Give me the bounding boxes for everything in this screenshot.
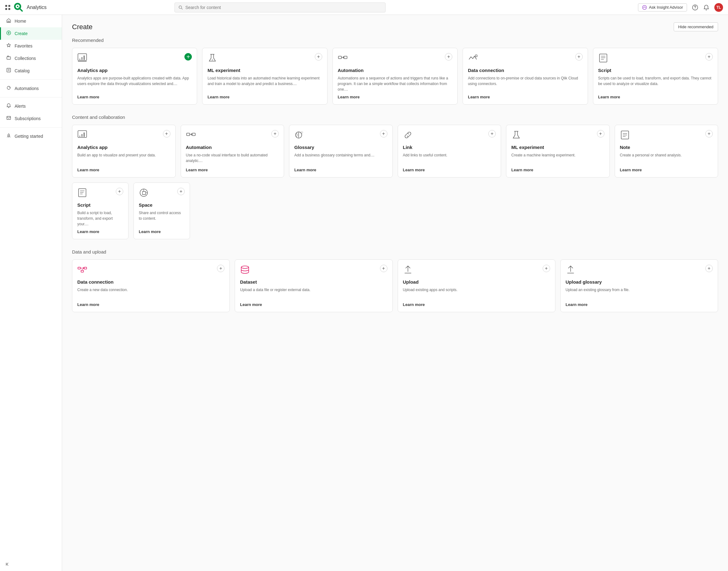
sidebar-item-home[interactable]: Home <box>0 15 62 27</box>
card-script-cc[interactable]: + Script Build a script to load, transfo… <box>72 183 128 239</box>
star-icon <box>6 43 11 49</box>
hide-recommended-button[interactable]: Hide recommended <box>674 22 718 31</box>
svg-point-24 <box>8 135 9 136</box>
add-button-du-dataconn[interactable]: + <box>217 265 224 272</box>
card-glossary-cc[interactable]: + Glossary Add a business glossary conta… <box>289 125 393 178</box>
add-button-cc-link[interactable]: + <box>488 130 496 137</box>
card-learn-more[interactable]: Learn more <box>77 167 171 172</box>
add-button-du-upload-glossary[interactable]: + <box>705 265 713 272</box>
card-learn-more[interactable]: Learn more <box>511 167 605 172</box>
card-header: + <box>207 53 322 65</box>
add-button-cc-glossary[interactable]: + <box>380 130 388 137</box>
card-dataset-du[interactable]: + Dataset Upload a data file or register… <box>235 259 392 312</box>
sidebar-item-getting-started[interactable]: Getting started <box>0 130 62 142</box>
card-learn-more[interactable]: Learn more <box>139 229 185 234</box>
add-button-du-upload[interactable]: + <box>543 265 550 272</box>
sidebar-item-alerts[interactable]: Alerts <box>0 100 62 112</box>
card-learn-more[interactable]: Learn more <box>240 302 387 307</box>
sidebar-label-create: Create <box>15 31 28 36</box>
main-header: Create Hide recommended <box>72 22 718 31</box>
search-bar[interactable] <box>175 2 386 12</box>
add-button-cc-ml[interactable]: + <box>597 130 605 137</box>
card-name: ML experiment <box>511 145 605 150</box>
add-button-cc-space[interactable]: + <box>177 188 185 195</box>
add-button-cc-analytics[interactable]: + <box>163 130 171 137</box>
card-learn-more[interactable]: Learn more <box>403 167 496 172</box>
notifications-icon[interactable] <box>703 4 709 11</box>
card-learn-more[interactable]: Learn more <box>77 95 192 99</box>
space-cc-icon <box>139 188 149 200</box>
automation-icon <box>338 53 348 65</box>
card-learn-more[interactable]: Learn more <box>77 229 123 234</box>
add-button-rec-automation[interactable]: + <box>445 53 452 61</box>
card-name: Script <box>77 202 123 208</box>
card-data-connection-rec[interactable]: + Data connection Add connections to on-… <box>462 48 588 105</box>
sidebar-item-favorites[interactable]: Favorites <box>0 40 62 52</box>
card-header: + <box>77 265 224 277</box>
card-automation-rec[interactable]: + Automation Automations are a sequence … <box>332 48 457 105</box>
svg-point-10 <box>643 5 647 9</box>
help-icon[interactable] <box>692 4 698 11</box>
card-name: Data connection <box>468 68 583 73</box>
card-automation-cc[interactable]: + Automation Use a no-code visual interf… <box>181 125 284 178</box>
avatar[interactable]: TL <box>714 3 723 12</box>
card-learn-more[interactable]: Learn more <box>468 95 583 99</box>
add-button-du-dataset[interactable]: + <box>380 265 388 272</box>
card-learn-more[interactable]: Learn more <box>338 95 452 99</box>
card-learn-more[interactable]: Learn more <box>186 167 279 172</box>
card-learn-more[interactable]: Learn more <box>294 167 388 172</box>
sidebar-item-create[interactable]: Create <box>0 27 62 40</box>
card-script-rec[interactable]: + Script Scripts can be used to load, tr… <box>593 48 718 105</box>
card-link-cc[interactable]: + Link Add links to useful content. Lear… <box>398 125 501 178</box>
card-desc: Create a new data connection. <box>77 287 224 300</box>
sidebar-collapse-button[interactable] <box>5 562 10 568</box>
card-data-connection-du[interactable]: + Data connection Create a new data conn… <box>72 259 230 312</box>
card-learn-more[interactable]: Learn more <box>620 167 713 172</box>
card-learn-more[interactable]: Learn more <box>77 302 224 307</box>
card-learn-more[interactable]: Learn more <box>565 302 713 307</box>
card-desc: Scripts can be used to load, transform, … <box>598 76 713 92</box>
card-upload-du[interactable]: + Upload Upload existing apps and script… <box>398 259 555 312</box>
sidebar-item-collections[interactable]: Collections <box>0 52 62 65</box>
add-button-cc-note[interactable]: + <box>705 130 713 137</box>
card-name: Link <box>403 145 496 150</box>
card-analytics-app-cc[interactable]: + Analytics app Build an app to visualiz… <box>72 125 176 178</box>
search-input[interactable] <box>185 5 382 10</box>
card-header: + <box>77 188 123 200</box>
sidebar-label-favorites: Favorites <box>15 43 32 48</box>
sidebar-item-automations[interactable]: Automations <box>0 82 62 95</box>
card-analytics-app-rec[interactable]: + Analytics app Analytics apps are purpo… <box>72 48 197 105</box>
card-space-cc[interactable]: + Space Share and control access to cont… <box>133 183 190 239</box>
data-connection-icon <box>468 53 478 65</box>
card-name: Data connection <box>77 279 224 284</box>
data-connection-du-icon <box>77 265 87 277</box>
card-desc: Load historical data into an automated m… <box>207 76 322 92</box>
upload-glossary-du-icon <box>565 265 576 277</box>
sidebar-item-subscriptions[interactable]: Subscriptions <box>0 112 62 125</box>
card-learn-more[interactable]: Learn more <box>207 95 322 99</box>
svg-rect-56 <box>79 189 86 197</box>
card-learn-more[interactable]: Learn more <box>598 95 713 99</box>
sidebar-item-catalog[interactable]: Catalog <box>0 65 62 77</box>
add-button-cc-automation[interactable]: + <box>271 130 279 137</box>
grid-menu-icon[interactable] <box>5 5 11 10</box>
add-button-cc-script[interactable]: + <box>116 188 123 195</box>
collections-icon <box>6 55 11 62</box>
catalog-icon <box>6 68 11 74</box>
card-upload-glossary-du[interactable]: + Upload glossary Upload an existing glo… <box>560 259 718 312</box>
card-header: + <box>403 265 550 277</box>
add-button-rec-script[interactable]: + <box>705 53 713 61</box>
add-button-rec-dataconn[interactable]: + <box>575 53 583 61</box>
svg-marker-61 <box>142 192 145 195</box>
card-ml-experiment-cc[interactable]: + ML experiment Create a machine learnin… <box>506 125 610 178</box>
sidebar-label-getting-started: Getting started <box>15 134 43 139</box>
svg-rect-1 <box>8 5 10 7</box>
svg-rect-46 <box>192 133 195 136</box>
card-note-cc[interactable]: + Note Create a personal or shared analy… <box>615 125 718 178</box>
insight-advisor-button[interactable]: Ask Insight Advisor <box>638 3 687 11</box>
card-learn-more[interactable]: Learn more <box>403 302 550 307</box>
card-ml-experiment-rec[interactable]: + ML experiment Load historical data int… <box>202 48 327 105</box>
recommended-section: Recommended + Analytics app Analytics ap… <box>72 37 718 105</box>
add-button-rec-analytics[interactable]: + <box>184 53 192 61</box>
add-button-rec-ml[interactable]: + <box>315 53 322 61</box>
